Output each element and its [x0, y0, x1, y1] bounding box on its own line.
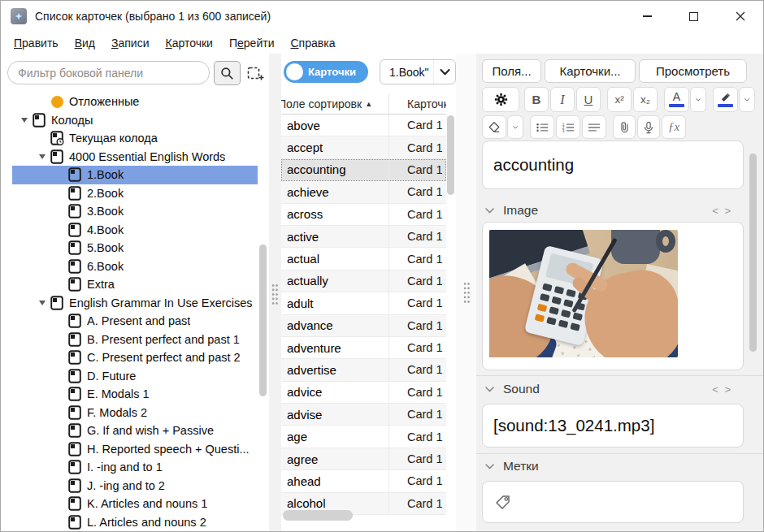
subscript-button[interactable]: x₂: [633, 87, 658, 112]
deck-icon: [67, 514, 82, 530]
cell-card: Card 1: [389, 204, 446, 225]
tree-item[interactable]: English Grammar In Use Exercises: [1, 294, 258, 313]
table-row[interactable]: activeCard 1: [281, 226, 446, 248]
menu-item[interactable]: Справка: [282, 34, 343, 52]
sidebar-splitter[interactable]: [269, 54, 281, 532]
column-header-card[interactable]: Карточк: [389, 94, 446, 114]
attach-button[interactable]: [613, 115, 636, 139]
table-row[interactable]: acrossCard 1: [281, 204, 446, 226]
selection-mode-button[interactable]: [245, 63, 266, 84]
tree-item[interactable]: 4000 Essential English Words: [1, 148, 258, 167]
highlight-color-button[interactable]: [713, 87, 738, 112]
tree-item[interactable]: 4.Book: [1, 221, 258, 240]
tree-item[interactable]: Колоды: [1, 111, 258, 130]
table-row[interactable]: actuallyCard 1: [281, 270, 446, 292]
tree-item[interactable]: A. Present and past: [1, 312, 258, 331]
menu-item[interactable]: Править: [6, 34, 67, 52]
equation-button[interactable]: ƒx: [662, 115, 686, 139]
editor-scrollbar-thumb[interactable]: [749, 154, 757, 352]
fields-button[interactable]: Поля...: [482, 59, 541, 83]
cards-button[interactable]: Карточки...: [545, 59, 636, 83]
collapse-chevron-icon[interactable]: [485, 208, 494, 214]
tree-item[interactable]: 1.Book: [12, 166, 258, 184]
table-row[interactable]: ageCard 1: [281, 426, 446, 448]
table-row[interactable]: acceptCard 1: [281, 136, 446, 158]
tree-item[interactable]: Текущая колода: [1, 129, 258, 148]
collapse-chevron-icon[interactable]: [485, 387, 494, 392]
collapse-chevron-icon[interactable]: [485, 464, 494, 469]
sidebar-filter-input[interactable]: [7, 61, 210, 84]
remove-formatting-dropdown-button[interactable]: [507, 115, 523, 139]
tree-item[interactable]: J. -ing and to 2: [1, 477, 258, 495]
expand-arrow-icon[interactable]: [17, 118, 32, 123]
preview-button[interactable]: Просмотреть: [639, 59, 747, 83]
tags-input[interactable]: [482, 481, 744, 523]
menu-item[interactable]: Вид: [67, 34, 103, 52]
superscript-button[interactable]: x²: [607, 87, 632, 112]
tree-item[interactable]: D. Future: [1, 367, 258, 386]
table-vscrollbar-thumb[interactable]: [447, 115, 454, 195]
cards-notes-toggle[interactable]: Карточки: [284, 61, 368, 83]
tree-item[interactable]: F. Modals 2: [1, 404, 258, 422]
record-audio-button[interactable]: [637, 115, 660, 139]
tree-item[interactable]: Отложенные: [1, 93, 258, 111]
table-row[interactable]: aboveCard 1: [281, 115, 446, 136]
window-controls: [624, 1, 763, 32]
minimize-button[interactable]: [624, 1, 671, 32]
table-row[interactable]: achieveCard 1: [281, 181, 446, 203]
table-row[interactable]: aheadCard 1: [281, 470, 446, 492]
menu-item[interactable]: Карточки: [158, 34, 221, 52]
tree-item[interactable]: C. Present perfect and past 2: [1, 348, 258, 367]
table-row[interactable]: agreeCard 1: [281, 448, 446, 470]
text-color-button[interactable]: A: [664, 87, 689, 112]
text-color-dropdown-button[interactable]: [690, 87, 706, 112]
bullet-list-button[interactable]: [530, 115, 554, 139]
tree-item[interactable]: 3.Book: [1, 202, 258, 221]
tree-item[interactable]: Extra: [1, 275, 258, 294]
indent-button[interactable]: [582, 115, 606, 139]
table-row[interactable]: adventureCard 1: [281, 337, 446, 359]
highlight-dropdown-button[interactable]: [739, 87, 755, 112]
close-button[interactable]: [717, 1, 763, 32]
tree-item[interactable]: G. If and wish + Passive: [1, 422, 258, 440]
html-editor-toggle[interactable]: < >: [712, 379, 732, 399]
table-row[interactable]: adultCard 1: [281, 292, 446, 314]
table-row[interactable]: actualCard 1: [281, 248, 446, 270]
expand-arrow-icon[interactable]: [35, 301, 50, 305]
column-header-sort-field[interactable]: Поле сортировк ▲: [281, 94, 389, 114]
tree-item[interactable]: H. Reported speech + Questi...: [1, 440, 258, 459]
tree-item[interactable]: I. -ing and to 1: [1, 458, 258, 477]
sidebar-scrollbar-thumb[interactable]: [259, 244, 267, 396]
settings-button[interactable]: [482, 87, 519, 112]
table-row[interactable]: accountingCard 1: [281, 159, 446, 181]
deck-dropdown[interactable]: 1.Book": [380, 59, 456, 84]
expand-arrow-icon[interactable]: [35, 154, 50, 159]
search-button[interactable]: [214, 61, 241, 85]
numbered-list-button[interactable]: 123: [556, 115, 580, 139]
maximize-button[interactable]: [671, 1, 717, 32]
html-editor-toggle[interactable]: < >: [712, 201, 732, 220]
tree-item[interactable]: E. Modals 1: [1, 385, 258, 404]
table-row[interactable]: adviseCard 1: [281, 404, 446, 426]
tree-item[interactable]: K. Articles and nouns 1: [1, 495, 258, 513]
tree-item[interactable]: 6.Book: [1, 257, 258, 276]
table-hscrollbar-thumb[interactable]: [283, 510, 353, 521]
tree-item[interactable]: 2.Book: [1, 184, 258, 203]
menu-item[interactable]: Записи: [103, 34, 158, 52]
remove-formatting-button[interactable]: [482, 115, 506, 139]
table-row[interactable]: advanceCard 1: [281, 315, 446, 337]
field-word[interactable]: accounting: [482, 141, 744, 189]
field-image[interactable]: [482, 222, 744, 370]
tree-item[interactable]: B. Present perfect and past 1: [1, 331, 258, 349]
tree-item[interactable]: 5.Book: [1, 239, 258, 257]
italic-button[interactable]: I: [550, 87, 575, 112]
menu-item[interactable]: Перейти: [221, 34, 283, 52]
bold-button[interactable]: B: [524, 87, 549, 112]
tree-item[interactable]: L. Articles and nouns 2: [1, 513, 258, 532]
table-row[interactable]: adviceCard 1: [281, 382, 446, 404]
accounting-photo[interactable]: [489, 230, 678, 357]
field-sound[interactable]: [sound:13_0241.mp3]: [482, 404, 744, 448]
underline-button[interactable]: U: [576, 87, 601, 112]
table-splitter[interactable]: [456, 54, 476, 532]
table-row[interactable]: advertiseCard 1: [281, 359, 446, 381]
